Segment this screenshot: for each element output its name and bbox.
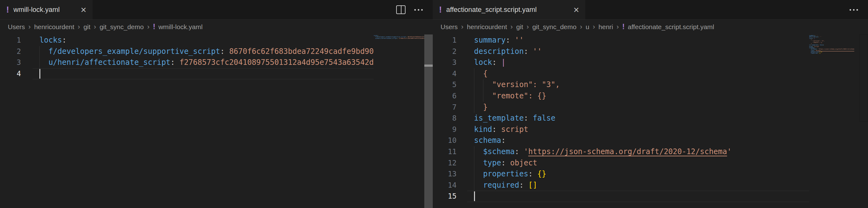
more-actions-icon[interactable] <box>414 9 423 11</box>
code-line[interactable]: is_template: false <box>474 113 809 124</box>
indent-guide <box>474 146 474 191</box>
tab-actions <box>396 0 433 20</box>
breadcrumb-separator: › <box>147 23 150 31</box>
tab-title: wmill-lock.yaml <box>13 6 60 14</box>
line-number[interactable]: 2 <box>0 46 21 57</box>
breadcrumb-item[interactable]: git <box>84 23 90 31</box>
breadcrumb-item[interactable]: Users <box>8 23 25 31</box>
breadcrumb-separator: › <box>527 23 529 31</box>
breadcrumb-item[interactable]: git_sync_demo <box>532 23 576 31</box>
editor-pane-right: ! affectionate_script.script.yaml × User… <box>433 0 868 208</box>
line-number-gutter: 1234 <box>0 35 21 79</box>
minimap-line: u/henri/affectionate_script: f2768573cfc… <box>374 38 424 39</box>
line-number[interactable]: 11 <box>433 146 457 158</box>
breadcrumb-item[interactable]: henri <box>598 23 613 31</box>
code-line[interactable]: properties: {} <box>474 168 809 180</box>
breadcrumb: Users›henricourdent›git›git_sync_demo›u›… <box>433 20 868 34</box>
breadcrumb-separator: › <box>617 23 619 31</box>
yaml-file-icon: ! <box>153 23 155 30</box>
scrollbar[interactable] <box>424 34 433 208</box>
tab-wmill-lock[interactable]: ! wmill-lock.yaml × <box>0 0 93 20</box>
breadcrumb-separator: › <box>461 23 463 31</box>
close-tab-icon[interactable]: × <box>81 5 86 15</box>
current-line-highlight <box>33 68 374 80</box>
vscode-editor-window: ! wmill-lock.yaml × Users›henricourdent›… <box>0 0 868 208</box>
breadcrumb: Users›henricourdent›git›git_sync_demo›!w… <box>0 20 433 34</box>
line-number[interactable]: 15 <box>433 191 457 202</box>
minimap[interactable]: summary: ''description: ''lock: | { "ver… <box>809 35 854 73</box>
tab-bar: ! wmill-lock.yaml × <box>0 0 433 20</box>
breadcrumb-item[interactable]: henricourdent <box>34 23 74 31</box>
breadcrumb-item[interactable]: Users <box>440 23 458 31</box>
breadcrumb-file[interactable]: !wmill-lock.yaml <box>153 23 203 31</box>
line-number[interactable]: 3 <box>433 57 457 68</box>
split-editor-icon[interactable] <box>396 5 406 14</box>
code-line[interactable]: } <box>474 102 809 113</box>
code-line[interactable]: "remote": {} <box>474 90 809 102</box>
breadcrumb-separator: › <box>510 23 513 31</box>
code-line[interactable]: locks: <box>39 35 374 46</box>
breadcrumb-separator: › <box>580 23 582 31</box>
code-line[interactable]: schema: <box>474 135 809 146</box>
breadcrumb-item[interactable]: git_sync_demo <box>99 23 144 31</box>
line-number[interactable]: 4 <box>0 68 21 80</box>
line-number[interactable]: 2 <box>433 46 457 57</box>
code-line[interactable]: "version": "3", <box>474 79 809 90</box>
breadcrumb-item[interactable]: u <box>586 23 589 31</box>
line-number[interactable]: 3 <box>0 57 21 68</box>
line-number[interactable]: 5 <box>433 79 457 90</box>
breadcrumb-separator: › <box>593 23 595 31</box>
breadcrumb-separator: › <box>28 23 31 31</box>
code-line[interactable]: $schema: 'https://json-schema.org/draft/… <box>474 146 809 158</box>
line-number[interactable]: 12 <box>433 158 457 169</box>
minimap-line <box>809 54 854 55</box>
tab-bar: ! affectionate_script.script.yaml × <box>433 0 868 20</box>
code-line[interactable]: description: '' <box>474 46 809 57</box>
breadcrumb-item[interactable]: henricourdent <box>467 23 507 31</box>
breadcrumb-file[interactable]: !affectionate_script.script.yaml <box>622 23 714 31</box>
yaml-file-icon: ! <box>439 6 442 14</box>
code-line[interactable]: kind: script <box>474 124 809 135</box>
close-tab-icon[interactable]: × <box>574 5 579 15</box>
more-actions-icon[interactable] <box>849 9 858 11</box>
tab-actions <box>849 0 868 20</box>
code-line[interactable]: u/henri/affectionate_script: f2768573cfc… <box>39 57 374 68</box>
tab-title: affectionate_script.script.yaml <box>446 6 536 14</box>
indent-guide <box>474 68 474 113</box>
code-line[interactable]: summary: '' <box>474 35 809 46</box>
line-number[interactable]: 4 <box>433 68 457 80</box>
line-number[interactable]: 8 <box>433 113 457 124</box>
text-cursor <box>39 69 40 79</box>
code-editor[interactable]: 1234 locks: f/developers_example/support… <box>0 34 433 208</box>
overview-cursor-marker <box>424 64 433 67</box>
yaml-file-icon: ! <box>6 6 9 14</box>
line-number[interactable]: 14 <box>433 180 457 191</box>
code-area[interactable]: summary: ''description: ''lock: | { "ver… <box>474 35 809 202</box>
indent-guide <box>483 79 484 102</box>
text-cursor <box>474 191 475 201</box>
code-line[interactable]: lock: | <box>474 57 809 68</box>
line-number[interactable]: 13 <box>433 168 457 180</box>
minimap-slider[interactable] <box>859 34 868 122</box>
line-number[interactable]: 7 <box>433 102 457 113</box>
line-number[interactable]: 9 <box>433 124 457 135</box>
line-number[interactable]: 1 <box>0 35 21 46</box>
code-line[interactable]: { <box>474 68 809 80</box>
line-number[interactable]: 1 <box>433 35 457 46</box>
breadcrumb-separator: › <box>94 23 96 31</box>
tab-affectionate-script[interactable]: ! affectionate_script.script.yaml × <box>433 0 585 20</box>
code-editor[interactable]: 123456789101112131415 summary: ''descrip… <box>433 34 868 208</box>
breadcrumb-separator: › <box>78 23 80 31</box>
code-line[interactable]: type: object <box>474 158 809 169</box>
line-number[interactable]: 10 <box>433 135 457 146</box>
yaml-file-icon: ! <box>622 23 625 30</box>
code-line[interactable]: required: [] <box>474 180 809 191</box>
minimap-line <box>374 39 424 41</box>
editor-pane-left: ! wmill-lock.yaml × Users›henricourdent›… <box>0 0 433 208</box>
code-line[interactable]: f/developers_example/supportive_script: … <box>39 46 374 57</box>
indent-guide <box>39 46 40 68</box>
line-number[interactable]: 6 <box>433 90 457 102</box>
breadcrumb-item[interactable]: git <box>516 23 523 31</box>
current-line-highlight <box>467 191 809 202</box>
minimap[interactable]: locks: f/developers_example/supportive_s… <box>374 35 424 73</box>
